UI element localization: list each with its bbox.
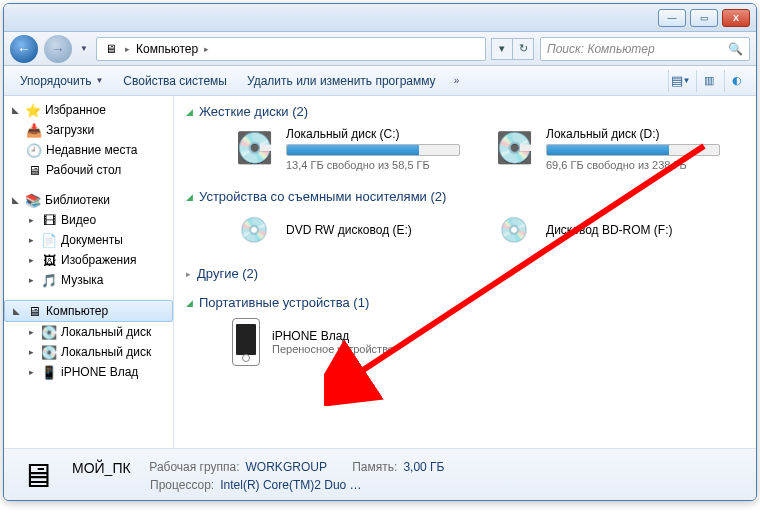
title-bar: — ▭ X xyxy=(4,4,756,32)
preview-pane-button[interactable]: ▥ xyxy=(696,70,720,92)
tree-computer[interactable]: ◣ 🖥 Компьютер xyxy=(4,300,173,322)
tree-label: Видео xyxy=(61,213,96,227)
chevron-right-icon: ▸ xyxy=(204,44,209,54)
breadcrumb[interactable]: Компьютер xyxy=(136,42,198,56)
search-icon: 🔍 xyxy=(728,42,743,56)
address-bar[interactable]: 🖥 ▸ Компьютер ▸ xyxy=(96,37,486,61)
drive-icon: 💽 xyxy=(41,324,57,340)
back-button[interactable]: ← xyxy=(10,35,38,63)
tree-favorites[interactable]: ◣ ⭐ Избранное xyxy=(4,100,173,120)
chevron-right-icon: ▸ xyxy=(125,44,130,54)
tree-music[interactable]: ▸🎵Музыка xyxy=(4,270,173,290)
collapse-icon: ◣ xyxy=(11,306,22,316)
tree-label: Локальный диск xyxy=(61,325,151,339)
chevron-down-icon: ▼ xyxy=(95,76,103,85)
collapse-icon: ◣ xyxy=(10,195,21,205)
section-other[interactable]: ▸ Другие (2) xyxy=(186,262,744,285)
help-button[interactable]: ◐ xyxy=(724,70,748,92)
section-title: Другие (2) xyxy=(197,266,258,281)
tree-label: Музыка xyxy=(61,273,103,287)
cpu-label: Процессор: xyxy=(150,478,214,492)
nav-row: ← → ▼ 🖥 ▸ Компьютер ▸ ▾ ↻ Поиск: Компьют… xyxy=(4,32,756,66)
drive-d[interactable]: 💽 Локальный диск (D:) 69,6 ГБ свободно и… xyxy=(492,127,732,171)
organize-label: Упорядочить xyxy=(20,74,91,88)
expand-icon: ▸ xyxy=(186,269,191,279)
collapse-icon: ◢ xyxy=(186,107,193,117)
workgroup-value: WORKGROUP xyxy=(246,460,327,476)
section-title: Жесткие диски (2) xyxy=(199,104,308,119)
drive-name: Локальный диск (C:) xyxy=(286,127,472,141)
section-removable[interactable]: ◢ Устройства со съемными носителями (2) xyxy=(186,185,744,208)
bd-drive-icon: 💿 xyxy=(492,212,536,248)
drive-c[interactable]: 💽 Локальный диск (C:) 13,4 ГБ свободно и… xyxy=(232,127,472,171)
tree-label: Документы xyxy=(61,233,123,247)
view-options-button[interactable]: ▤ ▼ xyxy=(668,70,692,92)
tree-label: Локальный диск xyxy=(61,345,151,359)
documents-icon: 📄 xyxy=(41,232,57,248)
tree-label: Рабочий стол xyxy=(46,163,121,177)
more-commands-button[interactable]: » xyxy=(448,75,466,86)
tree-label: Избранное xyxy=(45,103,106,117)
phone-icon: 📱 xyxy=(41,364,57,380)
drive-icon: 💽 xyxy=(41,344,57,360)
tree-desktop[interactable]: 🖥Рабочий стол xyxy=(4,160,173,180)
tree-libraries[interactable]: ◣ 📚 Библиотеки xyxy=(4,190,173,210)
tree-drive-c[interactable]: ▸💽Локальный диск xyxy=(4,322,173,342)
tree-pictures[interactable]: ▸🖼Изображения xyxy=(4,250,173,270)
iphone-icon xyxy=(232,318,260,366)
organize-button[interactable]: Упорядочить ▼ xyxy=(12,70,111,92)
drive-dvd[interactable]: 💿 DVD RW дисковод (E:) xyxy=(232,212,472,248)
section-portable[interactable]: ◢ Портативные устройства (1) xyxy=(186,291,744,314)
music-icon: 🎵 xyxy=(41,272,57,288)
tree-iphone[interactable]: ▸📱iPHONE Влад xyxy=(4,362,173,382)
section-hard-drives[interactable]: ◢ Жесткие диски (2) xyxy=(186,100,744,123)
libraries-icon: 📚 xyxy=(25,192,41,208)
workgroup-label: Рабочая группа: xyxy=(149,460,239,476)
collapse-icon: ◣ xyxy=(10,105,21,115)
tree-videos[interactable]: ▸🎞Видео xyxy=(4,210,173,230)
history-dropdown[interactable]: ▼ xyxy=(78,41,90,57)
uninstall-program-button[interactable]: Удалить или изменить программу xyxy=(239,70,444,92)
address-dropdown[interactable]: ▾ xyxy=(491,38,513,60)
minimize-button[interactable]: — xyxy=(658,9,686,27)
refresh-button[interactable]: ↻ xyxy=(512,38,534,60)
maximize-button[interactable]: ▭ xyxy=(690,9,718,27)
device-subtitle: Переносное устройство xyxy=(272,343,394,355)
section-title: Портативные устройства (1) xyxy=(199,295,369,310)
video-icon: 🎞 xyxy=(41,212,57,228)
drive-bd[interactable]: 💿 Дисковод BD-ROM (F:) xyxy=(492,212,732,248)
recent-icon: 🕘 xyxy=(26,142,42,158)
tree-recent[interactable]: 🕘Недавние места xyxy=(4,140,173,160)
explorer-window: — ▭ X ← → ▼ 🖥 ▸ Компьютер ▸ ▾ ↻ Поиск: К… xyxy=(3,3,757,501)
tree-label: iPHONE Влад xyxy=(61,365,138,379)
computer-icon: 🖥 xyxy=(26,303,42,319)
capacity-bar xyxy=(546,144,720,156)
tree-label: Загрузки xyxy=(46,123,94,137)
details-pane: 🖥 МОЙ_ПК Рабочая группа: WORKGROUP Памят… xyxy=(4,448,756,501)
forward-button[interactable]: → xyxy=(44,35,72,63)
drive-name: Дисковод BD-ROM (F:) xyxy=(546,223,673,237)
search-input[interactable]: Поиск: Компьютер 🔍 xyxy=(540,37,750,61)
device-iphone[interactable]: iPHONE Влад Переносное устройство xyxy=(186,314,744,374)
tree-label: Изображения xyxy=(61,253,136,267)
drive-icon: 💽 xyxy=(232,127,276,167)
content-pane: ◢ Жесткие диски (2) 💽 Локальный диск (C:… xyxy=(174,96,756,448)
computer-icon: 🖥 xyxy=(14,455,60,497)
free-space-label: 69,6 ГБ свободно из 238 ГБ xyxy=(546,159,732,171)
tree-label: Компьютер xyxy=(46,304,108,318)
command-bar: Упорядочить ▼ Свойства системы Удалить и… xyxy=(4,66,756,96)
tree-documents[interactable]: ▸📄Документы xyxy=(4,230,173,250)
computer-name: МОЙ_ПК xyxy=(72,460,131,476)
tree-drive-d[interactable]: ▸💽Локальный диск xyxy=(4,342,173,362)
close-button[interactable]: X xyxy=(722,9,750,27)
pictures-icon: 🖼 xyxy=(41,252,57,268)
tree-label: Недавние места xyxy=(46,143,137,157)
memory-value: 3,00 ГБ xyxy=(403,460,444,476)
tree-downloads[interactable]: 📥Загрузки xyxy=(4,120,173,140)
system-properties-button[interactable]: Свойства системы xyxy=(115,70,235,92)
capacity-bar xyxy=(286,144,460,156)
arrow-left-icon: ← xyxy=(17,41,31,57)
memory-label: Память: xyxy=(352,460,397,476)
drive-icon: 💽 xyxy=(492,127,536,167)
cpu-value: Intel(R) Core(TM)2 Duo … xyxy=(220,478,361,492)
